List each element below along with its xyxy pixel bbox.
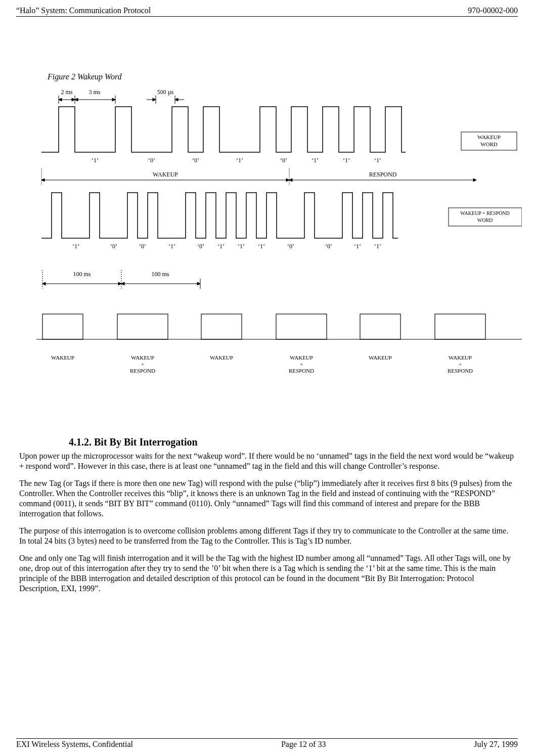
- header-right: 970-00002-000: [468, 6, 518, 15]
- label-wakeup-word-l2: WORD: [480, 141, 498, 147]
- svg-text:‘0’: ‘0’: [110, 243, 117, 250]
- svg-text:‘0’: ‘0’: [197, 243, 204, 250]
- svg-text:‘1’: ‘1’: [238, 243, 245, 250]
- svg-text:WAKEUP: WAKEUP: [51, 354, 74, 361]
- section-heading: 4.1.2. Bit By Bit Interrogation: [69, 436, 518, 448]
- svg-text:‘1’: ‘1’: [72, 243, 79, 250]
- svg-text:‘0’: ‘0’: [325, 243, 332, 250]
- svg-text:‘1’: ‘1’: [374, 157, 381, 164]
- svg-rect-57: [435, 314, 485, 339]
- waveform-row1: [41, 107, 406, 152]
- svg-text:‘1’: ‘1’: [343, 157, 350, 164]
- svg-text:RESPOND: RESPOND: [289, 368, 314, 374]
- svg-text:WAKEUP: WAKEUP: [131, 354, 154, 361]
- footer-left: EXI Wireless Systems, Confidential: [16, 740, 133, 749]
- svg-marker-12: [175, 98, 178, 101]
- svg-marker-47: [121, 282, 124, 285]
- row3-labels: WAKEUP WAKEUP + RESPOND WAKEUP WAKEUP + …: [51, 354, 473, 374]
- svg-text:WAKEUP: WAKEUP: [210, 354, 233, 361]
- page: “Halo” System: Communication Protocol 97…: [0, 0, 534, 756]
- svg-text:+: +: [300, 361, 303, 367]
- svg-text:WAKEUP: WAKEUP: [290, 354, 313, 361]
- svg-rect-56: [360, 314, 401, 339]
- header-left: “Halo” System: Communication Protocol: [16, 6, 151, 15]
- svg-text:+: +: [459, 361, 462, 367]
- paragraph-4: One and only one Tag will finish interro…: [19, 553, 515, 594]
- figure-svg: 2 ms 3 ms 500 µs: [36, 86, 522, 405]
- svg-marker-24: [41, 179, 45, 182]
- span-arrows: [41, 168, 476, 185]
- svg-text:‘1’: ‘1’: [92, 157, 99, 164]
- svg-marker-6: [75, 98, 78, 101]
- row3-blocks: [42, 314, 485, 339]
- paragraph-2: The new Tag (or Tags if there is more th…: [19, 478, 515, 519]
- footer-rule: [16, 738, 518, 739]
- svg-text:‘0’: ‘0’: [139, 243, 146, 250]
- label-wr-word-l2: WORD: [477, 217, 493, 223]
- svg-marker-29: [289, 179, 292, 182]
- paragraph-3: The purpose of this interrogation is to …: [19, 526, 515, 546]
- figure-caption: Figure 2 Wakeup Word: [48, 72, 518, 81]
- svg-text:‘1’: ‘1’: [258, 243, 265, 250]
- dimension-arrows-row1: [59, 96, 184, 104]
- svg-text:‘1’: ‘1’: [374, 243, 381, 250]
- bitlabels-row1: ‘1’ ‘0’ ‘0’ ‘1’ ‘0’ ‘1’ ‘1’ ‘1’: [92, 157, 381, 164]
- svg-marker-11: [153, 98, 156, 101]
- svg-marker-1: [59, 98, 62, 101]
- paragraph-1: Upon power up the microprocessor waits f…: [19, 451, 515, 471]
- timing-2ms: 2 ms: [61, 88, 72, 96]
- svg-text:WAKEUP: WAKEUP: [449, 354, 472, 361]
- svg-rect-53: [117, 314, 168, 339]
- label-wr-word-l1: WAKEUP + RESPOND: [460, 210, 510, 216]
- svg-text:RESPOND: RESPOND: [130, 368, 155, 374]
- footer-right: July 27, 1999: [474, 740, 518, 749]
- bitlabels-row2: ‘1’ ‘0’ ‘0’ ‘1’ ‘0’ ‘1’ ‘1’ ‘1’ ‘0’ ‘0’ …: [72, 243, 381, 250]
- figure-wakeup-word: 2 ms 3 ms 500 µs: [36, 86, 518, 407]
- svg-text:‘1’: ‘1’: [312, 157, 319, 164]
- svg-text:WAKEUP: WAKEUP: [369, 354, 392, 361]
- svg-text:‘1’: ‘1’: [354, 243, 361, 250]
- svg-text:‘0’: ‘0’: [287, 243, 294, 250]
- svg-rect-54: [201, 314, 242, 339]
- svg-marker-30: [473, 179, 476, 182]
- svg-text:‘0’: ‘0’: [280, 157, 287, 164]
- svg-marker-7: [112, 98, 115, 101]
- span-label-respond: RESPOND: [369, 171, 397, 178]
- svg-rect-52: [42, 314, 83, 339]
- page-header: “Halo” System: Communication Protocol 97…: [16, 6, 518, 15]
- svg-marker-48: [197, 282, 200, 285]
- svg-text:‘0’: ‘0’: [192, 157, 199, 164]
- svg-text:‘1’: ‘1’: [217, 243, 225, 250]
- svg-text:+: +: [141, 361, 144, 367]
- span-label-wakeup: WAKEUP: [153, 171, 178, 178]
- svg-text:‘1’: ‘1’: [236, 157, 243, 164]
- label-wakeup-word-l1: WAKEUP: [477, 134, 501, 140]
- timing-100ms-a: 100 ms: [73, 271, 91, 278]
- header-rule: [16, 16, 518, 17]
- page-footer: EXI Wireless Systems, Confidential Page …: [16, 737, 518, 749]
- svg-text:RESPOND: RESPOND: [448, 368, 473, 374]
- timing-500us: 500 µs: [157, 88, 174, 96]
- waveform-row2: [41, 193, 398, 238]
- svg-marker-44: [42, 282, 46, 285]
- svg-rect-55: [276, 314, 327, 339]
- dimension-arrows-row3: [42, 270, 200, 289]
- svg-text:‘1’: ‘1’: [168, 243, 175, 250]
- timing-100ms-b: 100 ms: [151, 271, 169, 278]
- timing-3ms: 3 ms: [88, 88, 100, 96]
- footer-center: Page 12 of 33: [281, 740, 326, 749]
- svg-text:‘0’: ‘0’: [148, 157, 155, 164]
